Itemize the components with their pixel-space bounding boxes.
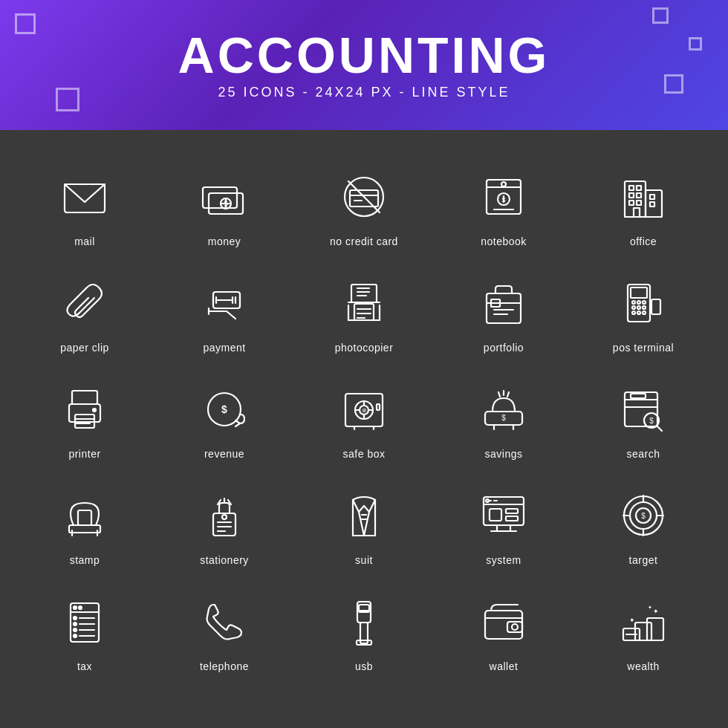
savings-icon: $ (474, 380, 533, 439)
no-credit-card-icon (334, 167, 394, 227)
savings-label: savings (485, 448, 523, 460)
svg-text:$: $ (501, 196, 505, 204)
telephone-icon (195, 592, 254, 651)
svg-text:✦: ✦ (629, 617, 635, 624)
mail-label: mail (74, 235, 95, 247)
payment-label: payment (203, 342, 245, 354)
office-label: office (630, 235, 657, 247)
svg-rect-28 (650, 195, 654, 199)
corner-decoration (689, 37, 702, 51)
svg-text:$: $ (221, 403, 227, 415)
icon-item-revenue: $ revenue (155, 365, 294, 471)
svg-point-62 (632, 311, 635, 314)
safe-box-icon: ⊗ (334, 380, 394, 439)
icon-item-no-credit-card: no credit card (294, 152, 434, 259)
svg-rect-68 (72, 391, 97, 404)
wallet-icon (474, 592, 533, 651)
usb-icon (334, 592, 394, 651)
suit-icon (334, 486, 394, 545)
svg-rect-65 (651, 299, 660, 314)
icons-grid: mail $ money no credit car (0, 130, 728, 706)
search-icon: $ (614, 380, 673, 439)
stamp-icon (55, 486, 114, 545)
wallet-label: wallet (490, 660, 519, 672)
svg-point-139 (74, 617, 77, 620)
svg-line-88 (498, 392, 500, 397)
svg-point-73 (93, 409, 96, 412)
icon-item-printer: printer (15, 365, 155, 471)
page-subtitle: 25 ICONS - 24X24 PX - LINE STYLE (218, 85, 510, 100)
svg-point-57 (637, 301, 640, 304)
svg-point-141 (74, 623, 77, 625)
portfolio-icon (474, 273, 533, 333)
notebook-label: notebook (481, 235, 527, 247)
svg-point-143 (74, 628, 77, 631)
printer-icon (55, 380, 114, 439)
telephone-label: telephone (200, 660, 249, 672)
svg-rect-120 (490, 509, 501, 521)
icon-item-wealth: ✦ ✦ ✦ wealth (573, 577, 713, 683)
svg-point-60 (637, 306, 640, 309)
svg-text:$: $ (641, 512, 646, 520)
corner-decoration (15, 13, 36, 34)
photocopier-icon (334, 273, 394, 333)
no-credit-card-label: no credit card (330, 235, 398, 247)
icon-item-tax: tax (15, 577, 155, 683)
svg-point-64 (643, 311, 646, 314)
svg-rect-49 (487, 293, 521, 323)
svg-rect-121 (506, 509, 518, 513)
target-label: target (629, 554, 658, 566)
svg-text:✦: ✦ (648, 605, 652, 610)
icon-item-usb: usb (294, 577, 434, 683)
svg-point-59 (632, 306, 635, 309)
svg-text:$: $ (649, 417, 654, 425)
corner-decoration (664, 74, 683, 94)
suit-label: suit (355, 554, 373, 566)
target-icon: $ (614, 486, 673, 545)
money-label: money (208, 235, 241, 247)
revenue-icon: $ (195, 380, 254, 439)
mail-icon (55, 167, 114, 227)
svg-point-14 (501, 182, 506, 186)
stationery-label: stationery (200, 554, 249, 566)
money-icon: $ (195, 167, 254, 227)
svg-rect-26 (629, 201, 634, 205)
header: ACCOUNTING 25 ICONS - 24X24 PX - LINE ST… (0, 0, 728, 130)
svg-rect-1 (203, 187, 237, 208)
notebook-icon: $ (474, 167, 533, 227)
icon-item-money: $ money (155, 152, 294, 259)
stationery-icon (195, 486, 254, 545)
wealth-icon: ✦ ✦ ✦ (614, 592, 673, 651)
search-label: search (626, 448, 660, 460)
svg-rect-22 (629, 186, 634, 190)
corner-decoration (56, 88, 79, 111)
svg-point-58 (643, 301, 646, 304)
svg-rect-25 (637, 193, 641, 198)
icon-item-paper-clip: paper clip (15, 259, 155, 365)
paper-clip-icon (55, 273, 114, 333)
svg-text:⊗: ⊗ (362, 407, 367, 414)
svg-rect-97 (631, 394, 646, 398)
icon-item-telephone: telephone (155, 577, 294, 683)
pos-terminal-label: pos terminal (613, 342, 674, 354)
svg-rect-24 (629, 193, 634, 198)
corner-decoration (652, 7, 669, 24)
svg-rect-19 (625, 181, 646, 217)
revenue-label: revenue (204, 448, 244, 460)
payment-icon (195, 273, 254, 333)
svg-rect-29 (650, 202, 654, 207)
svg-rect-30 (634, 208, 640, 217)
printer-label: printer (68, 448, 100, 460)
system-label: system (486, 554, 521, 566)
svg-point-154 (512, 624, 518, 630)
icon-item-stamp: stamp (15, 471, 155, 577)
icon-item-office: office (573, 152, 713, 259)
stamp-label: stamp (70, 554, 100, 566)
svg-rect-105 (213, 513, 235, 536)
svg-point-137 (79, 606, 82, 609)
svg-rect-156 (635, 623, 651, 640)
icon-item-notebook: $ notebook (434, 152, 573, 259)
svg-text:$: $ (501, 414, 506, 422)
svg-text:$: $ (224, 200, 228, 208)
svg-point-63 (637, 311, 640, 314)
